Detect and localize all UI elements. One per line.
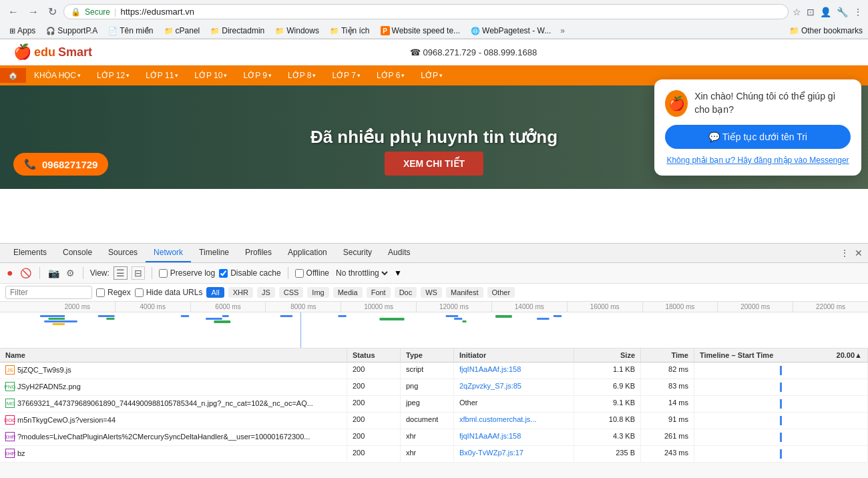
tab-security[interactable]: Security [335, 244, 380, 262]
col-header-name[interactable]: Name [0, 348, 347, 362]
timeline-label-6000: 6000 ms [191, 302, 266, 312]
table-row[interactable]: DOC m5nTkygCewO.js?version=44 200 docume… [0, 413, 868, 429]
offline-label[interactable]: Offline [295, 268, 329, 278]
nav-lop12[interactable]: LỚP 12 ▾ [89, 68, 138, 83]
nav-lop7[interactable]: LỚP 7 ▾ [324, 68, 368, 83]
filter-type-manifest[interactable]: Manifest [446, 287, 483, 298]
regex-checkbox[interactable] [96, 288, 105, 297]
hide-data-urls-checkbox[interactable] [135, 288, 144, 297]
bookmark-tienich[interactable]: 📁 Tiện ích [326, 25, 374, 37]
offline-checkbox[interactable] [295, 269, 304, 278]
filter-type-ws[interactable]: WS [421, 287, 442, 298]
preserve-log-label[interactable]: Preserve log [159, 268, 215, 278]
initiator-link-4[interactable]: xfbml.customerchat.js... [459, 415, 537, 423]
chat-popup-header: 🍎 Xin chào! Chúng tôi có thể giúp gì cho… [665, 90, 851, 117]
filter-type-img[interactable]: Img [307, 287, 329, 298]
site-logo: 🍎 eduSmart [13, 43, 92, 61]
nav-lop6[interactable]: LỚP 6 ▾ [369, 68, 413, 83]
col-header-timeline[interactable]: Timeline – Start Time 20.00▲ [694, 348, 868, 362]
regex-label[interactable]: Regex [96, 288, 131, 297]
devtools-close-icon[interactable]: ✕ [855, 248, 863, 258]
bookmark-windows[interactable]: 📁 Windows [271, 25, 323, 37]
initiator-link-6[interactable]: Bx0y-TvWZp7.js:17 [459, 449, 523, 457]
record-button[interactable]: ● [5, 266, 15, 280]
hide-data-urls-label[interactable]: Hide data URLs [135, 288, 203, 297]
chat-continue-button[interactable]: 💬 Tiếp tục dưới tên Tri [665, 125, 851, 149]
tab-network[interactable]: Network [146, 244, 191, 262]
nav-lop9[interactable]: LỚP 9 ▾ [235, 68, 279, 83]
tab-profiles[interactable]: Profiles [237, 244, 280, 262]
stop-record-button[interactable]: 🚫 [19, 266, 33, 280]
filter-type-font[interactable]: Font [367, 287, 391, 298]
bookmark-cpanel[interactable]: 📁 cPanel [160, 25, 204, 37]
filter-type-media[interactable]: Media [333, 287, 363, 298]
bookmark-apps[interactable]: ⊞ Apps [5, 25, 39, 37]
back-button[interactable]: ← [5, 5, 21, 19]
menu-icon[interactable]: ⋮ [853, 7, 863, 17]
col-header-initiator[interactable]: Initiator [454, 348, 574, 362]
other-bookmarks[interactable]: 📁 Other bookmarks [789, 26, 863, 35]
table-row[interactable]: XHR ?modules=LiveChatPluginAlerts%2CMerc… [0, 429, 868, 446]
nav-lop10[interactable]: LỚP 10 ▾ [186, 68, 235, 83]
filter-type-js[interactable]: JS [257, 287, 275, 298]
table-row[interactable]: PNG JSyH2FADN5z.png 200 png 2qZpvzky_S7.… [0, 379, 868, 396]
tab-timeline[interactable]: Timeline [191, 244, 237, 262]
cast-icon[interactable]: ⊡ [807, 7, 815, 17]
preserve-log-checkbox[interactable] [159, 269, 168, 278]
filter-input[interactable] [5, 286, 92, 299]
disable-cache-checkbox[interactable] [219, 269, 228, 278]
filter-type-other[interactable]: Other [487, 287, 515, 298]
bookmarks-more-button[interactable]: » [560, 26, 565, 35]
chat-login-link[interactable]: Không phải bạn ư? Hãy đăng nhập vào Mess… [665, 156, 851, 165]
view-large-button[interactable]: ⊟ [132, 266, 145, 280]
disable-cache-label[interactable]: Disable cache [219, 268, 280, 278]
devtools-more-icon[interactable]: ⋮ [840, 248, 849, 258]
tab-console[interactable]: Console [55, 244, 100, 262]
extension-icon[interactable]: 🔧 [837, 7, 848, 17]
nav-lop11[interactable]: LỚP 11 ▾ [138, 68, 186, 83]
row-time-1: 82 ms [641, 363, 694, 379]
bookmark-support[interactable]: 🎧 SupportP.A [42, 25, 101, 37]
initiator-link-5[interactable]: fjqIN1AaAAf.js:158 [459, 432, 521, 440]
address-bar[interactable]: 🔒 Secure | https://edusmart.vn [63, 4, 789, 19]
filter-type-xhr[interactable]: XHR [228, 287, 253, 298]
network-table[interactable]: Name Status Type Initiator Size Time Tim… [0, 348, 868, 478]
bookmark-domain[interactable]: 📄 Tên miền [104, 25, 157, 37]
bookmark-star-icon[interactable]: ☆ [793, 7, 801, 17]
filter-type-css[interactable]: CSS [279, 287, 304, 298]
view-list-button[interactable]: ☰ [114, 266, 128, 280]
col-header-time[interactable]: Time [641, 348, 694, 362]
hero-phone-button[interactable]: 📞 0968271729 [13, 153, 108, 176]
bookmark-webpagetest[interactable]: 🌐 WebPagetest - W... [467, 25, 555, 37]
tab-audits[interactable]: Audits [380, 244, 418, 262]
capture-screenshot-button[interactable]: 📷 [47, 266, 61, 280]
nav-lop8[interactable]: LỚP 8 ▾ [280, 68, 324, 83]
tab-elements[interactable]: Elements [5, 244, 55, 262]
col-header-status[interactable]: Status [347, 348, 401, 362]
nav-lop-more[interactable]: LỚP ▾ [413, 68, 451, 83]
filter-button[interactable]: ⚙ [65, 266, 76, 280]
nav-khoahoc[interactable]: KHÓA HỌC ▾ [26, 68, 89, 83]
hero-cta-button[interactable]: XEM CHI TIẾT [385, 152, 483, 176]
bookmark-directadmin[interactable]: 📁 Directadmin [206, 25, 268, 37]
table-row[interactable]: XHR bz 200 xhr Bx0y-TvWZp7.js:17 235 B 2… [0, 446, 868, 463]
throttle-select[interactable]: No throttling [333, 268, 390, 278]
tab-application[interactable]: Application [280, 244, 335, 262]
filter-type-all[interactable]: All [206, 287, 224, 298]
bookmark-websitespeed[interactable]: P Website speed te... [377, 25, 465, 37]
initiator-link-1[interactable]: fjqIN1AaAAf.js:158 [459, 365, 521, 373]
tab-sources[interactable]: Sources [100, 244, 146, 262]
profile-icon[interactable]: 👤 [820, 7, 831, 17]
col-header-type[interactable]: Type [401, 348, 454, 362]
filter-type-doc[interactable]: Doc [395, 287, 417, 298]
row-time-5: 261 ms [641, 429, 694, 445]
secure-label: Secure [85, 7, 110, 17]
nav-home[interactable]: 🏠 [0, 68, 26, 83]
regex-text: Regex [107, 288, 131, 297]
table-row[interactable]: JS 5jZQC_Tw9s9.js 200 script fjqIN1AaAAf… [0, 363, 868, 379]
table-row[interactable]: IMG 37669321_447379689061890_74449009881… [0, 396, 868, 413]
col-header-size[interactable]: Size [574, 348, 641, 362]
refresh-button[interactable]: ↻ [45, 4, 59, 19]
initiator-link-2[interactable]: 2qZpvzky_S7.js:85 [459, 382, 521, 390]
forward-button[interactable]: → [25, 5, 41, 19]
